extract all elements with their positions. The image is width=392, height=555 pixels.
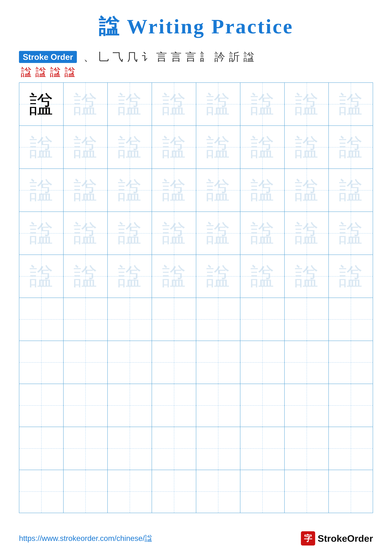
grid-cell-empty[interactable] (19, 384, 64, 427)
grid-cell-empty[interactable] (64, 427, 108, 470)
grid-cell-ghost: 諡 (196, 83, 241, 125)
grid-cell-empty[interactable] (285, 427, 329, 470)
footer-logo-icon: 字 (301, 531, 315, 546)
grid-cell-empty[interactable] (108, 341, 152, 384)
grid-row-empty (19, 470, 373, 513)
grid-cell-ghost: 諡 (196, 126, 241, 168)
title-char: 諡 (99, 15, 121, 38)
grid-cell-empty[interactable] (152, 470, 196, 513)
grid-row-empty (19, 341, 373, 384)
grid-cell-ghost: 諡 (108, 212, 152, 255)
grid-cell-empty[interactable] (329, 298, 373, 341)
grid-cell-empty[interactable] (108, 298, 152, 341)
grid-cell-ghost: 諡 (19, 255, 64, 298)
grid-cell-empty[interactable] (240, 384, 285, 427)
grid-cell-empty[interactable] (196, 470, 241, 513)
grid-cell-empty[interactable] (152, 298, 196, 341)
grid-cell-ghost: 諡 (329, 83, 373, 125)
grid-cell-empty[interactable] (285, 384, 329, 427)
stroke-line-1: Stroke Order 、 ⺃ ⺄ ⺇ 讠 言 言 言 訁 訡 訢 諡 (19, 50, 373, 64)
grid-cell-empty[interactable] (196, 298, 241, 341)
grid-cell-ghost: 諡 (64, 169, 108, 212)
grid-row: 諡 諡 諡 諡 諡 諡 諡 諡 (19, 126, 373, 169)
practice-grid: 諡 諡 諡 諡 諡 諡 諡 諡 諡 諡 諡 諡 諡 諡 諡 諡 諡 諡 諡 諡 … (19, 82, 373, 513)
grid-row-empty (19, 384, 373, 427)
grid-cell-ghost: 諡 (329, 212, 373, 255)
grid-cell-ghost: 諡 (19, 169, 64, 212)
grid-cell-ghost: 諡 (240, 255, 285, 298)
page: 諡 Writing Practice Stroke Order 、 ⺃ ⺄ ⺇ … (0, 0, 392, 555)
grid-cell-empty[interactable] (240, 341, 285, 384)
char-solid: 諡 (29, 92, 53, 116)
grid-cell-empty[interactable] (329, 341, 373, 384)
grid-cell-empty[interactable] (285, 341, 329, 384)
grid-cell-empty[interactable] (64, 470, 108, 513)
footer-logo-text: StrokeOrder (318, 533, 373, 544)
grid-row: 諡 諡 諡 諡 諡 諡 諡 諡 (19, 255, 373, 298)
grid-cell-ghost: 諡 (152, 212, 196, 255)
grid-cell-ghost: 諡 (329, 169, 373, 212)
stroke-sequence-2: 諡 諡 諡 諡 (19, 65, 77, 79)
grid-cell-empty[interactable] (64, 298, 108, 341)
grid-cell-ghost: 諡 (152, 126, 196, 168)
grid-cell-ghost: 諡 (64, 83, 108, 125)
grid-cell-ghost: 諡 (329, 255, 373, 298)
grid-cell-empty[interactable] (19, 298, 64, 341)
grid-cell-ghost: 諡 (285, 169, 329, 212)
grid-cell-empty[interactable] (196, 427, 241, 470)
grid-cell-empty[interactable] (329, 427, 373, 470)
grid-cell-ghost: 諡 (240, 169, 285, 212)
stroke-order-section: Stroke Order 、 ⺃ ⺄ ⺇ 讠 言 言 言 訁 訡 訢 諡 諡 諡… (19, 50, 373, 79)
grid-cell-ghost: 諡 (240, 212, 285, 255)
grid-cell-ghost: 諡 (108, 126, 152, 168)
grid-cell-ghost: 諡 (152, 83, 196, 125)
grid-cell-ghost: 諡 (19, 212, 64, 255)
grid-cell-empty[interactable] (108, 384, 152, 427)
grid-cell-ghost: 諡 (108, 83, 152, 125)
title-text: Writing Practice (127, 15, 293, 38)
grid-cell-ghost: 諡 (64, 212, 108, 255)
page-title: 諡 Writing Practice (19, 13, 373, 41)
grid-cell-ghost: 諡 (285, 126, 329, 168)
grid-cell-ghost: 諡 (196, 212, 241, 255)
grid-cell-ghost: 諡 (285, 83, 329, 125)
grid-cell-empty[interactable] (285, 470, 329, 513)
grid-cell-empty[interactable] (196, 341, 241, 384)
grid-cell-ghost: 諡 (329, 126, 373, 168)
stroke-line-2: 諡 諡 諡 諡 (19, 65, 373, 79)
grid-cell-ghost: 諡 (152, 255, 196, 298)
grid-cell-empty[interactable] (329, 384, 373, 427)
grid-cell-empty[interactable] (152, 341, 196, 384)
grid-row: 諡 諡 諡 諡 諡 諡 諡 諡 (19, 83, 373, 126)
grid-cell-empty[interactable] (152, 427, 196, 470)
grid-cell-ghost: 諡 (152, 169, 196, 212)
grid-cell-empty[interactable] (19, 427, 64, 470)
grid-cell-empty[interactable] (285, 298, 329, 341)
grid-cell-ghost: 諡 (64, 126, 108, 168)
grid-cell-empty[interactable] (152, 384, 196, 427)
footer: https://www.strokeorder.com/chinese/諡 字 … (19, 531, 373, 546)
grid-cell-ghost: 諡 (285, 255, 329, 298)
grid-cell-empty[interactable] (19, 470, 64, 513)
grid-cell-empty[interactable] (19, 341, 64, 384)
footer-url[interactable]: https://www.strokeorder.com/chinese/諡 (19, 533, 152, 543)
stroke-sequence: 、 ⺃ ⺄ ⺇ 讠 言 言 言 訁 訡 訢 諡 (82, 50, 256, 64)
grid-cell-empty[interactable] (240, 298, 285, 341)
grid-cell-empty[interactable] (240, 427, 285, 470)
stroke-order-badge: Stroke Order (19, 51, 77, 63)
grid-cell-empty[interactable] (64, 341, 108, 384)
grid-cell-ghost: 諡 (240, 83, 285, 125)
grid-cell-empty[interactable] (108, 427, 152, 470)
grid-cell-solid: 諡 (19, 83, 64, 125)
grid-cell-empty[interactable] (108, 470, 152, 513)
grid-cell-empty[interactable] (329, 470, 373, 513)
grid-cell-ghost: 諡 (240, 126, 285, 168)
grid-cell-empty[interactable] (196, 384, 241, 427)
grid-cell-ghost: 諡 (19, 126, 64, 168)
grid-row: 諡 諡 諡 諡 諡 諡 諡 諡 (19, 212, 373, 255)
grid-cell-empty[interactable] (64, 384, 108, 427)
grid-cell-ghost: 諡 (285, 212, 329, 255)
grid-cell-ghost: 諡 (64, 255, 108, 298)
grid-cell-ghost: 諡 (196, 255, 241, 298)
grid-cell-empty[interactable] (240, 470, 285, 513)
